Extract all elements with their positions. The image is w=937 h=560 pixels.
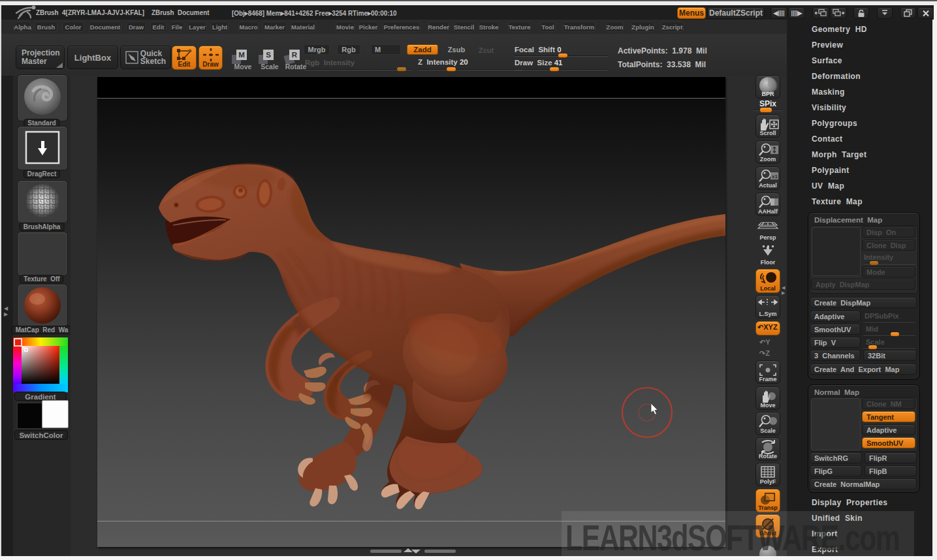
svg-text:x1: x1 [772, 174, 778, 179]
